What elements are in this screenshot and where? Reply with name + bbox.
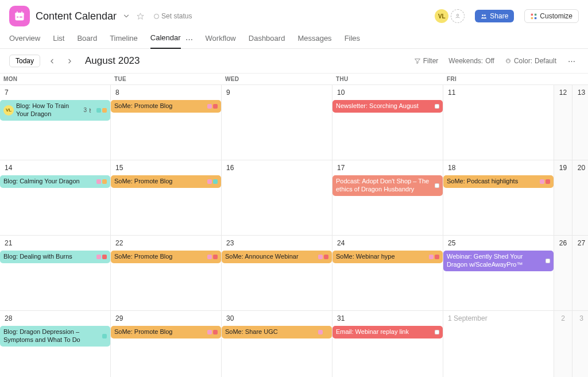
calendar-cell[interactable]: 11 [443,84,554,160]
calendar-cell[interactable]: 31Email: Webinar replay link [332,310,443,377]
event-card[interactable]: Email: Webinar replay link [332,326,443,338]
event-card[interactable]: SoMe: Podcast highlights [443,175,554,188]
calendar-cell[interactable]: 7VLBlog: How To Train Your Dragon3 [0,84,111,160]
calendar-cell[interactable]: 1 September [443,310,554,377]
event-card[interactable]: SoMe: Promote Blog [111,175,221,188]
calendar-cell[interactable]: 27 [572,235,588,310]
calendar-cell[interactable]: 3 [572,310,588,377]
calendar-cell[interactable]: 20 [572,160,588,235]
calendar-cell[interactable]: 15SoMe: Promote Blog [111,160,222,235]
weekday-header [554,74,572,84]
tab-overview[interactable]: Overview [9,30,40,48]
project-menu-chevron-icon[interactable] [122,12,130,20]
tab-list[interactable]: List [53,30,64,48]
calendar-cell[interactable]: 17Podcast: Adopt Don't Shop – The ethics… [332,160,443,235]
color-value: Default [535,57,556,65]
prev-month-button[interactable] [46,56,58,66]
event-card[interactable]: SoMe: Announce Webinar [222,251,332,263]
event-card[interactable]: SoMe: Promote Blog [111,326,221,338]
share-button[interactable]: Share [475,10,514,22]
calendar-cell[interactable]: 19 [554,160,572,235]
calendar-cell[interactable]: 28Blog: Dragon Depression – Symptoms and… [0,310,111,377]
day-number: 24 [335,238,440,251]
event-card[interactable]: Blog: Dealing with Burns [0,251,110,263]
event-card[interactable]: Podcast: Adopt Don't Shop – The ethics o… [332,175,443,196]
day-number: 21 [2,238,108,251]
event-title: Blog: Dragon Depression – Symptoms and W… [3,328,100,344]
event-card[interactable]: SoMe: Share UGC [222,326,332,338]
calendar-cell[interactable]: 26 [554,235,572,310]
event-tags [96,179,107,184]
event-card[interactable]: Webinar: Gently Shed Your Dragon w/Scale… [443,251,554,271]
event-title: Blog: How To Train Your Dragon [16,102,81,118]
event-title: Webinar: Gently Shed Your Dragon w/Scale… [447,253,543,269]
add-member-button[interactable] [451,9,465,23]
calendar-cell[interactable]: 13 [572,84,588,160]
tag-dot [207,330,212,334]
calendar-cell[interactable]: 21Blog: Dealing with Burns [0,235,111,310]
more-menu-icon[interactable]: ⋯ [564,56,579,67]
set-status-button[interactable]: Set status [154,12,192,20]
tab-files[interactable]: Files [345,30,360,48]
tag-dot [207,179,212,184]
calendar-cell[interactable]: 14Blog: Calming Your Dragon [0,160,111,235]
event-card[interactable]: VLBlog: How To Train Your Dragon3 [0,100,110,121]
next-month-button[interactable] [64,56,76,66]
star-icon[interactable] [136,12,145,21]
calendar-cell[interactable]: 2 [554,310,572,377]
event-card[interactable]: Blog: Dragon Depression – Symptoms and W… [0,326,110,347]
calendar-cell[interactable]: 8SoMe: Promote Blog [111,84,222,160]
tab-messages[interactable]: Messages [297,30,331,48]
color-menu[interactable]: Color: Default [502,56,559,66]
svg-rect-9 [531,13,533,15]
filter-label: Filter [423,57,439,65]
calendar-cell[interactable]: 24SoMe: Webinar hype [332,235,443,310]
calendar-cell[interactable]: 23SoMe: Announce Webinar [222,235,332,310]
calendar-cell[interactable]: 30SoMe: Share UGC [222,310,332,377]
tag-dot [102,334,107,338]
filter-button[interactable]: Filter [412,56,441,66]
customize-button[interactable]: Customize [524,9,579,23]
month-label[interactable]: August 2023 [85,55,140,67]
event-card[interactable]: SoMe: Promote Blog [111,251,221,263]
calendar-cell[interactable]: 9 [222,84,332,160]
event-card[interactable]: Blog: Calming Your Dragon [0,175,110,188]
calendar-cell[interactable]: 12 [554,84,572,160]
day-number: 10 [335,87,440,100]
tab-timeline[interactable]: Timeline [110,30,138,48]
day-number: 26 [556,238,570,247]
calendar-cell[interactable]: 18SoMe: Podcast highlights [443,160,554,235]
svg-rect-12 [535,17,536,18]
tab-calendar[interactable]: Calendar [150,30,181,49]
tab-board[interactable]: Board [77,30,97,48]
day-number: 29 [113,313,219,326]
calendar-cell[interactable]: 10Newsletter: Scorching August [332,84,443,160]
user-avatar[interactable]: VL [435,9,448,23]
event-title: SoMe: Webinar hype [336,253,427,261]
tab-workflow[interactable]: Workflow [206,30,236,48]
tag-dot [96,255,101,259]
project-title[interactable]: Content Calendar [36,10,117,22]
weekday-header-row: MONTUEWEDTHUFRI [0,73,588,84]
event-card[interactable]: SoMe: Promote Blog [111,100,221,113]
tab-more-icon[interactable]: ⋯ [185,35,193,44]
event-card[interactable]: SoMe: Webinar hype [332,251,443,263]
weekday-header: WED [222,74,332,84]
customize-icon [531,13,537,20]
svg-point-7 [482,14,484,16]
tab-dashboard[interactable]: Dashboard [249,30,285,48]
assignee-avatar: VL [3,105,14,116]
today-button[interactable]: Today [9,55,40,67]
people-icon [481,13,487,20]
event-tags [540,179,550,184]
calendar-cell[interactable]: 25Webinar: Gently Shed Your Dragon w/Sca… [443,235,554,310]
svg-rect-2 [17,11,18,14]
calendar-cell[interactable]: 22SoMe: Promote Blog [111,235,222,310]
event-tags [207,179,218,184]
tag-dot [213,104,218,109]
calendar-cell[interactable]: 16 [222,160,332,235]
event-title: Podcast: Adopt Don't Shop – The ethics o… [336,178,432,194]
calendar-cell[interactable]: 29SoMe: Promote Blog [111,310,222,377]
event-card[interactable]: Newsletter: Scorching August [332,100,443,113]
weekends-toggle[interactable]: Weekends: Off [446,56,497,66]
